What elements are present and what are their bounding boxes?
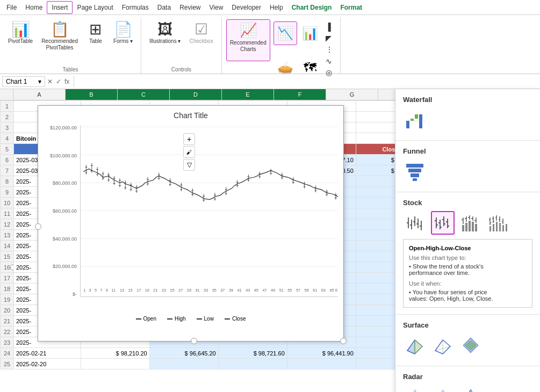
surface-chart-3[interactable]: [459, 333, 483, 357]
surface-chart-2[interactable]: [431, 333, 455, 357]
col-header-a[interactable]: A: [13, 89, 66, 100]
menu-format[interactable]: Format: [336, 1, 366, 14]
funnel-chart-icon[interactable]: [403, 159, 427, 183]
radar-chart-2[interactable]: [431, 385, 455, 392]
surface-svg-3: [461, 336, 480, 355]
table-label: Table: [89, 38, 102, 45]
table-button[interactable]: ⊞ Table: [83, 19, 109, 61]
svg-text:13: 13: [120, 288, 124, 293]
col-header-g[interactable]: G: [326, 89, 378, 100]
col-header-f[interactable]: F: [274, 89, 326, 100]
candlestick-chart-button[interactable]: 📉: [273, 21, 297, 45]
svg-text:29: 29: [187, 288, 191, 293]
col-header-d[interactable]: D: [170, 89, 222, 100]
recommended-pivottables-button[interactable]: 📋 RecommendedPivotTables: [38, 19, 82, 61]
svg-text:27: 27: [178, 288, 183, 293]
surface-chart-1[interactable]: [403, 333, 427, 357]
surface-svg-1: [405, 336, 424, 355]
svg-text:33: 33: [204, 288, 208, 293]
pie-chart-button[interactable]: 🥧: [273, 56, 297, 79]
menu-file[interactable]: File: [2, 1, 21, 14]
stock-title: Stock: [403, 199, 532, 207]
bar-chart-button[interactable]: 📊: [298, 21, 322, 45]
y-axis: $120,000.00 $100,000.00 $80,000.00 $60,0…: [38, 120, 80, 313]
tooltip-when-point: • You have four series of pricevalues: O…: [409, 289, 527, 302]
funnel-charts: [403, 159, 532, 183]
radar-chart-3[interactable]: [459, 385, 483, 392]
checkbox-button[interactable]: ☑ Checkbox: [185, 19, 217, 61]
menu-developer[interactable]: Developer: [227, 1, 265, 14]
radar-svg-1: [405, 387, 424, 392]
function-icon[interactable]: fx: [64, 78, 69, 85]
vohlc-svg: [489, 213, 508, 233]
name-box[interactable]: Chart 1 ▾: [2, 76, 45, 87]
formula-input[interactable]: [78, 77, 538, 86]
scatter-icon: ⋮: [326, 45, 333, 54]
recommended-charts-button[interactable]: 📈 RecommendedCharts: [226, 19, 270, 61]
chart-resize-handle-b[interactable]: [191, 338, 197, 344]
menu-review[interactable]: Review: [175, 1, 205, 14]
funnel-section: Funnel: [395, 141, 540, 192]
svg-text:59: 59: [305, 288, 309, 293]
svg-rect-172: [499, 223, 501, 231]
chart-elements-button[interactable]: +: [183, 133, 195, 145]
forms-button[interactable]: 📄 Forms ▾: [110, 19, 136, 61]
waterfall-svg: [405, 110, 424, 129]
menu-formulas[interactable]: Formulas: [118, 1, 153, 14]
recommended-charts-icon: 📈: [240, 22, 257, 39]
pivot-table-button[interactable]: 📊 PivotTable: [4, 19, 37, 61]
y-label: $20,000.00: [42, 264, 77, 269]
stock-vohlc-icon[interactable]: [487, 211, 510, 235]
resize-handle[interactable]: [10, 264, 14, 271]
chart-resize-handle-br[interactable]: [340, 338, 347, 344]
svg-rect-171: [496, 222, 498, 231]
menu-view[interactable]: View: [205, 1, 228, 14]
menu-data[interactable]: Data: [153, 1, 175, 14]
pivot-table-label: PivotTable: [8, 38, 33, 45]
name-box-chevron[interactable]: ▾: [38, 78, 41, 85]
chart-legend: Open High Low Close: [38, 316, 343, 322]
svg-text:43: 43: [246, 288, 250, 293]
column-icon: ▐: [326, 23, 331, 31]
stock-section: Stock: [395, 192, 540, 315]
svg-rect-126: [419, 114, 422, 128]
chart-styles-button[interactable]: 🖌: [183, 146, 195, 158]
column-chart-button[interactable]: ▐: [323, 21, 336, 32]
spreadsheet-container: A B C D E F G H 1 2 3 4 Bitcoin Historic…: [0, 89, 540, 392]
confirm-icon[interactable]: ✓: [56, 78, 61, 85]
funnel-title: Funnel: [403, 147, 532, 155]
col-header-b[interactable]: B: [66, 89, 118, 100]
forms-label: Forms ▾: [113, 38, 133, 45]
menu-home[interactable]: Home: [21, 1, 47, 14]
illustrations-button[interactable]: 🖼 Illustrations ▾: [146, 19, 184, 61]
svg-text:23: 23: [162, 288, 166, 293]
stock-charts: [403, 211, 532, 235]
menu-chart-design[interactable]: Chart Design: [287, 1, 336, 14]
col-header-c[interactable]: C: [118, 89, 170, 100]
svg-text:5: 5: [95, 288, 97, 293]
scatter-chart-button[interactable]: ⋮: [323, 44, 336, 55]
chart-resize-handle-l[interactable]: [35, 223, 41, 230]
waterfall-chart-icon[interactable]: [403, 108, 427, 132]
svg-rect-130: [411, 173, 419, 177]
pivot-table-icon: 📊: [11, 22, 30, 37]
stock-ohlc-icon[interactable]: [431, 211, 455, 235]
chart-filter-button[interactable]: ▽: [183, 159, 195, 171]
radar-chart-1[interactable]: [403, 385, 427, 392]
stock-vhlc-icon[interactable]: [459, 211, 483, 235]
cancel-icon[interactable]: ✕: [47, 78, 53, 85]
menu-page-layout[interactable]: Page Layout: [73, 1, 117, 14]
legend-open: Open: [136, 316, 156, 322]
svg-text:57: 57: [296, 288, 300, 293]
menu-insert[interactable]: Insert: [47, 1, 73, 14]
name-box-value: Chart 1: [6, 78, 27, 85]
menu-help[interactable]: Help: [265, 1, 287, 14]
col-header-e[interactable]: E: [222, 89, 274, 100]
line-chart-btn[interactable]: ∿: [323, 56, 335, 67]
stock-hlc-icon[interactable]: [403, 211, 427, 235]
illustrations-label: Illustrations ▾: [149, 38, 181, 45]
area-icon: ◤: [326, 34, 332, 42]
line-icon: ∿: [326, 57, 332, 66]
more-chart-button[interactable]: 🗺: [298, 56, 322, 79]
area-chart-button[interactable]: ◤: [323, 33, 336, 43]
